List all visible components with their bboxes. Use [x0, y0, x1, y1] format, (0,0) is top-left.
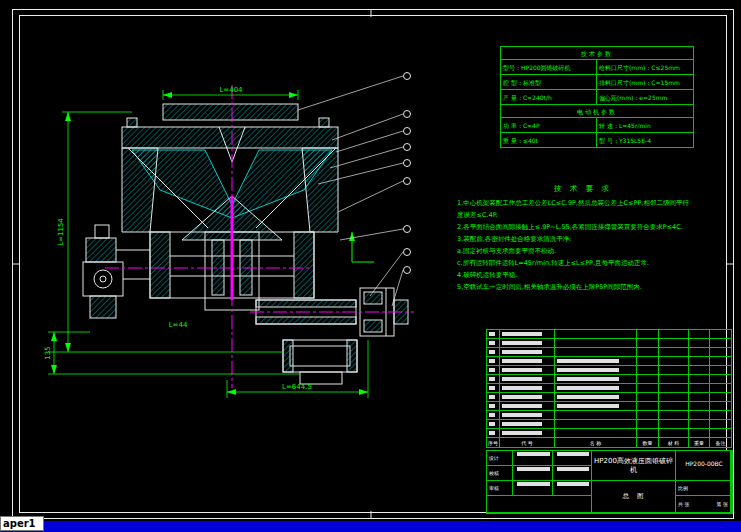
bom-text-blob — [502, 332, 542, 336]
bom-row — [487, 411, 732, 420]
dim-top-width: L=404 — [219, 86, 243, 94]
bom-header: 数量 — [637, 438, 659, 448]
drawing-title: HP200高效液压圆锥破碎机 — [592, 451, 675, 480]
bom-text-blob — [557, 359, 619, 363]
bom-header: 重量 — [689, 438, 710, 448]
spec-cell: 功 率：C=4P — [501, 118, 597, 133]
crusher-section-view — [83, 104, 408, 384]
cad-viewport[interactable]: L=404 L=1154 135 L=44 L=644.5 — [0, 0, 741, 532]
bom-text-blob — [502, 395, 542, 399]
title-block-cell — [487, 496, 591, 512]
auditor-label: 审核 — [487, 481, 512, 495]
bom-text-blob — [489, 404, 495, 408]
scale-label: 比例 — [676, 481, 730, 495]
spec-cell: 转 速：L=45r/min — [597, 118, 694, 133]
title-block: 设计 HP200高效液压圆锥破碎机 HP200-00BC 校核 审核 总 图 比… — [486, 450, 733, 514]
bom-row — [487, 375, 732, 384]
bom-text-blob — [557, 368, 619, 372]
bom-text-blob — [502, 404, 542, 408]
bom-header: 代 号 — [500, 438, 555, 448]
signature-blob — [517, 482, 550, 486]
dim-bottom-width: L=644.5 — [282, 383, 312, 391]
title-block-cell — [513, 466, 552, 480]
bom-row — [487, 348, 732, 357]
bom-text-blob — [489, 431, 495, 435]
bom-row — [487, 339, 732, 348]
dim-left-lower: 135 — [44, 346, 52, 359]
date-blob — [557, 452, 589, 456]
bom-text-blob — [557, 404, 619, 408]
note-line: 度误差≤C.4P. — [457, 209, 709, 221]
spec-cell: 型 号：Y315L5E-4 — [597, 133, 694, 148]
spec-cell: 腔 型：标准型 — [501, 75, 597, 90]
bom-text-blob — [557, 377, 619, 381]
spec-cell: 偏心距(mm)：e=25mm — [597, 90, 694, 105]
drawing-subtitle: 总 图 — [592, 481, 675, 512]
layout-tab-paper1[interactable]: aper1 — [0, 516, 44, 531]
spec-table-title: 技术参数 — [501, 47, 694, 60]
bom-header-row: 序号 代 号 名 称 数量 材 料 重量 备注 — [487, 438, 732, 448]
bom-text-blob — [489, 341, 495, 345]
bom-text-blob — [489, 395, 495, 399]
notes-title: 技 术 要 求 — [457, 183, 709, 195]
drawing-number: HP200-00BC — [676, 451, 730, 480]
bom-text-blob — [502, 413, 542, 417]
bom-text-blob — [502, 341, 542, 345]
bom-row — [487, 330, 732, 339]
bom-text-blob — [502, 431, 542, 435]
note-line: 5.空载试车一定时间后,相关轴承温升必须在上限P5P间隙范围内. — [457, 281, 709, 293]
bom-text-blob — [502, 386, 542, 390]
bom-row — [487, 429, 732, 438]
title-block-cell — [553, 451, 591, 465]
title-block-cell — [553, 481, 591, 495]
spec-cell: 重 量：≤40t — [501, 133, 597, 148]
spec-cell: 产 量：C=240t/h — [501, 90, 597, 105]
bom-row — [487, 402, 732, 411]
spec-table-subtitle: 电动机参数 — [501, 105, 694, 118]
direction-arrow — [352, 232, 374, 262]
dim-mid-label: L=44 — [169, 321, 188, 329]
bom-text-blob — [502, 359, 542, 363]
title-block-cell — [513, 481, 552, 495]
bom-header: 材 料 — [659, 438, 689, 448]
bom-text-blob — [502, 377, 542, 381]
spec-cell: 排料口尺寸(mm)：C=15mm — [597, 75, 694, 90]
bom-text-blob — [557, 395, 619, 399]
designer-label: 设计 — [487, 451, 512, 465]
bom-row — [487, 357, 732, 366]
bom-header: 名 称 — [555, 438, 637, 448]
bom-text-blob — [489, 359, 495, 363]
parts-list-table: 序号 代 号 名 称 数量 材 料 重量 备注 — [486, 329, 732, 448]
bom-text-blob — [489, 422, 495, 426]
sheet-count-cell: 共 张 第 张 — [676, 496, 730, 512]
bom-text-blob — [489, 350, 495, 354]
bom-header: 序号 — [487, 438, 500, 448]
bom-text-blob — [489, 368, 495, 372]
dim-left-height: L=1154 — [57, 218, 65, 246]
bom-header: 备注 — [710, 438, 732, 448]
signature-blob — [517, 452, 550, 456]
bom-row — [487, 393, 732, 402]
bom-row — [487, 366, 732, 375]
bom-text-blob — [502, 422, 542, 426]
signature-blob — [517, 467, 550, 471]
note-line: 3.装配前,各密封件处合格要求清洗干净: — [457, 233, 709, 245]
spec-table: 技术参数 型号：HP200圆锥破碎机给料口尺寸(mm)：C≤25mm 腔 型：标… — [500, 46, 694, 148]
note-line: c.所有运转部件运转L=45r/min,转速上≤L≤PP,且每平面运动正常. — [457, 257, 709, 269]
bom-text-blob — [489, 386, 495, 390]
title-block-cell — [553, 466, 591, 480]
checker-label: 校核 — [487, 466, 512, 480]
command-bar[interactable] — [0, 521, 741, 532]
note-line: a.固定衬板与支承面要平滑不松动. — [457, 245, 709, 257]
bom-text-blob — [502, 368, 542, 372]
sheets-label: 共 张 — [678, 496, 690, 512]
spec-cell: 型号：HP200圆锥破碎机 — [501, 60, 597, 75]
note-line: 1.中心机架装配工作总工差公差LC≤C.9P,然后总装公差上C≤PP,相邻二级间… — [457, 197, 709, 209]
date-blob — [557, 482, 589, 486]
bom-row — [487, 420, 732, 429]
bom-text-blob — [489, 413, 495, 417]
bom-text-blob — [489, 332, 495, 336]
date-blob — [557, 467, 589, 471]
bom-text-blob — [489, 377, 495, 381]
technical-notes: 技 术 要 求 1.中心机架装配工作总工差公差LC≤C.9P,然后总装公差上C≤… — [457, 183, 709, 293]
